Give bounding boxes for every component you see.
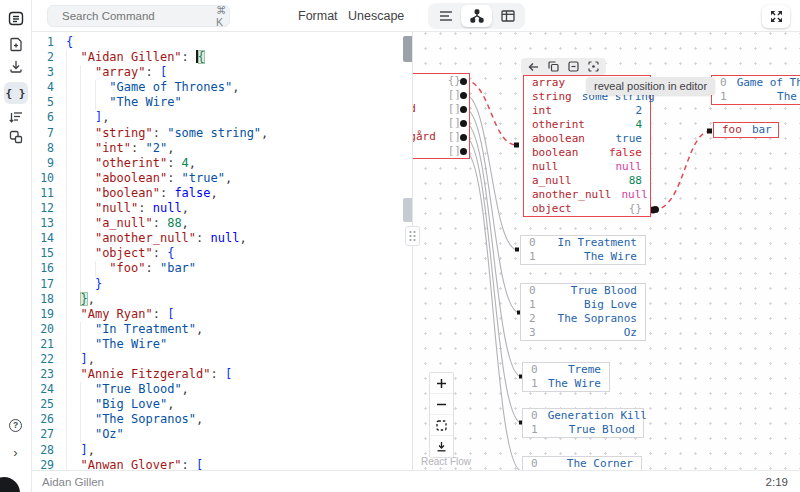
code-line[interactable]: 21 "The Wire" <box>32 337 412 352</box>
node-row[interactable]: abooleantrue <box>524 132 650 146</box>
code-line[interactable]: 1{ <box>32 35 412 50</box>
compare-icon[interactable] <box>4 126 28 148</box>
code-line[interactable]: 11 "boolean": false, <box>32 186 412 201</box>
graph-node-object[interactable]: foobar <box>713 122 779 138</box>
code-line[interactable]: 29 "Anwan Glover": [ <box>32 458 412 470</box>
code-line[interactable]: 17 } <box>32 277 412 292</box>
code-line[interactable]: 22 ], <box>32 352 412 367</box>
help-icon[interactable]: ? <box>4 414 28 436</box>
new-file-icon[interactable] <box>4 33 28 55</box>
node-row[interactable]: 1The Wire <box>521 250 645 264</box>
search-input[interactable] <box>62 10 216 22</box>
download-icon[interactable] <box>4 55 28 77</box>
connection-handle[interactable] <box>460 106 467 113</box>
graph-node-clarke-peters[interactable]: 0The Corner <box>522 456 642 470</box>
node-row[interactable]: 0Treme <box>523 363 609 377</box>
code-line[interactable]: 6 ], <box>32 110 412 125</box>
node-row[interactable]: a_null88 <box>524 174 650 188</box>
connection-handle[interactable] <box>460 120 467 127</box>
node-row[interactable]: Aidan Gillen{} <box>412 74 469 88</box>
table-view-icon[interactable] <box>492 5 523 27</box>
node-row[interactable]: foobar <box>714 123 778 137</box>
code-line[interactable]: 28 ], <box>32 443 412 458</box>
node-row[interactable]: 3Oz <box>521 326 645 340</box>
zoom-out-icon[interactable] <box>430 394 453 415</box>
panel-resize-handle[interactable] <box>405 226 420 246</box>
node-row[interactable]: object{} <box>524 202 650 216</box>
code-line[interactable]: 5 "The Wire" <box>32 95 412 110</box>
connection-handle[interactable] <box>460 92 467 99</box>
graph-node-amy-ryan[interactable]: 0In Treatment1The Wire <box>520 235 646 265</box>
code-line[interactable]: 12 "null": null, <box>32 201 412 216</box>
editor-scrollbar-thumb[interactable] <box>403 36 412 62</box>
graph-view-icon[interactable] <box>461 5 492 27</box>
node-row[interactable]: 0The Corner <box>523 457 641 470</box>
code-line[interactable]: 13 "a_null": 88, <box>32 216 412 231</box>
node-row[interactable]: another_nullnull <box>524 188 650 202</box>
connection-handle[interactable] <box>652 206 659 213</box>
node-row[interactable]: int2 <box>524 104 650 118</box>
graph-node-aidan-gillen[interactable]: array[]stringsome stringint2otherint4abo… <box>523 75 651 217</box>
code-line[interactable]: 2 "Aidan Gillen": { <box>32 50 412 65</box>
code-line[interactable]: 3 "array": [ <box>32 65 412 80</box>
node-row[interactable]: 0True Blood <box>521 284 645 298</box>
node-row[interactable]: Clarke Peters[] <box>412 144 469 158</box>
node-row[interactable]: Annie Fitzgerald[] <box>412 102 469 116</box>
node-row[interactable]: 1Big Love <box>521 298 645 312</box>
code-line[interactable]: 23 "Annie Fitzgerald": [ <box>32 367 412 382</box>
code-line[interactable]: 10 "aboolean": "true", <box>32 171 412 186</box>
code-line[interactable]: 20 "In Treatment", <box>32 322 412 337</box>
fit-view-icon[interactable] <box>430 415 453 436</box>
json-braces-icon[interactable]: { } <box>4 82 28 104</box>
code-line[interactable]: 9 "otherint": 4, <box>32 156 412 171</box>
node-row[interactable]: 1The Wire <box>523 377 609 391</box>
code-line[interactable]: 25 "Big Love", <box>32 397 412 412</box>
node-row[interactable]: 0Generation Kill <box>523 409 643 423</box>
node-row[interactable]: Alexander Skarsgård[] <box>412 130 469 144</box>
code-line[interactable]: 14 "another_null": null, <box>32 231 412 246</box>
tree-view-icon[interactable] <box>430 5 461 27</box>
code-line[interactable]: 15 "object": { <box>32 246 412 261</box>
code-line[interactable]: 4 "Game of Thrones", <box>32 80 412 95</box>
connection-handle[interactable] <box>460 78 467 85</box>
collapse-node-icon[interactable] <box>568 61 579 72</box>
code-editor[interactable]: 1{2 "Aidan Gillen": {3 "array": [4 "Game… <box>32 32 412 470</box>
expand-sidebar-icon[interactable]: › <box>4 441 28 463</box>
code-line[interactable]: 16 "foo": "bar" <box>32 261 412 276</box>
code-line[interactable]: 8 "int": "2", <box>32 141 412 156</box>
fullscreen-icon[interactable] <box>762 5 790 28</box>
sort-icon[interactable] <box>4 106 28 128</box>
node-row[interactable]: nullnull <box>524 160 650 174</box>
graph-node-array[interactable]: 0Game of Thrones1The Wire <box>711 75 800 105</box>
back-icon[interactable] <box>528 62 539 72</box>
code-line[interactable]: 24 "True Blood", <box>32 382 412 397</box>
focus-node-icon[interactable] <box>588 61 599 72</box>
code-line[interactable]: 19 "Amy Ryan": [ <box>32 307 412 322</box>
graph-node-root[interactable]: Aidan Gillen{}Amy Ryan[]Annie Fitzgerald… <box>412 73 470 159</box>
graph-node-anwan-glover[interactable]: 0Treme1The Wire <box>522 362 610 392</box>
code-line[interactable]: 18 }, <box>32 292 412 307</box>
code-line[interactable]: 7 "string": "some string", <box>32 126 412 141</box>
node-row[interactable]: Amy Ryan[] <box>412 88 469 102</box>
connection-handle[interactable] <box>460 134 467 141</box>
graph-canvas[interactable]: Aidan Gillen{}Amy Ryan[]Annie Fitzgerald… <box>412 32 800 470</box>
format-button[interactable]: Format <box>298 0 338 32</box>
code-line[interactable]: 27 "Oz" <box>32 427 412 442</box>
copy-icon[interactable] <box>548 61 559 72</box>
node-row[interactable]: 0Game of Thrones <box>712 76 800 90</box>
node-row[interactable]: 1True Blood <box>523 423 643 437</box>
zoom-in-icon[interactable] <box>430 373 453 394</box>
code-line[interactable]: 26 "The Sopranos", <box>32 412 412 427</box>
search-command-box[interactable]: ⌘ K <box>47 5 230 27</box>
unescape-button[interactable]: Unescape <box>348 0 404 32</box>
node-row[interactable]: 1The Wire <box>712 90 800 104</box>
node-row[interactable]: Anwan Glover[] <box>412 116 469 130</box>
node-row[interactable]: 2The Sopranos <box>521 312 645 326</box>
connection-handle[interactable] <box>460 148 467 155</box>
node-row[interactable]: 0In Treatment <box>521 236 645 250</box>
download-image-icon[interactable] <box>430 436 453 457</box>
node-row[interactable]: otherint4 <box>524 118 650 132</box>
graph-node-alexander-skarsgard[interactable]: 0Generation Kill1True Blood <box>522 408 644 438</box>
node-row[interactable]: booleanfalse <box>524 146 650 160</box>
graph-node-annie-fitzgerald[interactable]: 0True Blood1Big Love2The Sopranos3Oz <box>520 283 646 341</box>
